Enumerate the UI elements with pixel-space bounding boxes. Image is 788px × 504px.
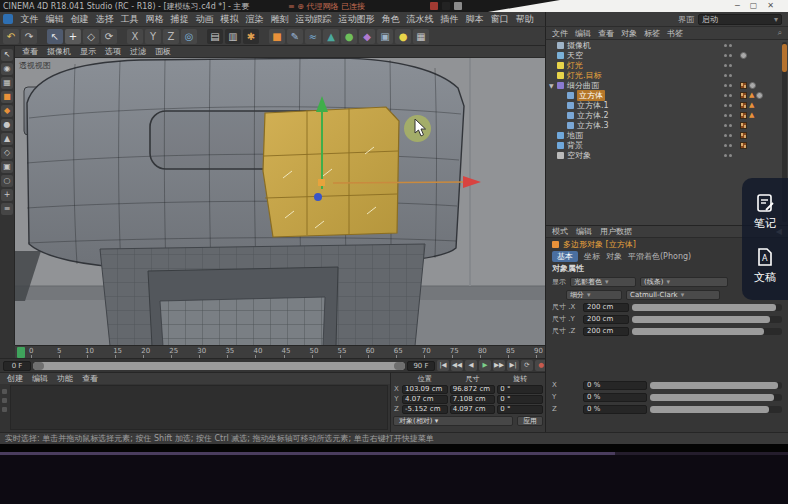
menu-窗口[interactable]: 窗口	[487, 13, 512, 26]
mode-tool-icon[interactable]: ◉	[1, 63, 13, 75]
docs-button[interactable]: A 文稿	[754, 247, 776, 285]
check-tag[interactable]	[740, 102, 747, 109]
toolbar-icon[interactable]: ▦	[413, 29, 429, 44]
menu-渲染[interactable]: 渲染	[242, 13, 267, 26]
attr-tab-对象[interactable]: 对象	[606, 251, 622, 262]
mode-tool-icon[interactable]: ▲	[1, 133, 13, 145]
toolbar-icon[interactable]: ≈	[305, 29, 321, 44]
mode-tool-icon[interactable]: ■	[1, 91, 13, 103]
object-row[interactable]: 摄像机	[546, 40, 788, 50]
toolbar-icon[interactable]: ✎	[287, 29, 303, 44]
menu-模拟[interactable]: 模拟	[217, 13, 242, 26]
toolbar-icon[interactable]: ▣	[377, 29, 393, 44]
object-name[interactable]: 空对象	[567, 150, 591, 161]
seltri-tag[interactable]: ▲	[749, 112, 754, 119]
algorithm-dropdown[interactable]: Catmull-Clark▾	[626, 290, 720, 300]
check-tag[interactable]	[740, 132, 747, 139]
mode-tool-icon[interactable]: ○	[1, 175, 13, 187]
menu-帮助[interactable]: 帮助	[512, 13, 537, 26]
material-menu-创建[interactable]: 创建	[7, 373, 23, 384]
gizmo-center[interactable]	[318, 179, 325, 186]
mode-tool-icon[interactable]: ≡	[1, 203, 13, 215]
mode-tool-icon[interactable]: ▦	[1, 77, 13, 89]
viewport-menu-选项[interactable]: 选项	[105, 46, 121, 57]
transport-button[interactable]: ◀◀	[451, 360, 463, 371]
toolbar-icon[interactable]: ●	[341, 29, 357, 44]
mode-tool-icon[interactable]: ▣	[1, 161, 13, 173]
transport-button[interactable]: ▶▶	[493, 360, 505, 371]
attr-tab-坐标[interactable]: 坐标	[584, 251, 600, 262]
range-start-handle[interactable]	[33, 362, 44, 370]
percent-slider[interactable]	[650, 406, 782, 413]
visibility-dots[interactable]	[724, 54, 740, 57]
toolbar-icon[interactable]: X	[127, 29, 143, 44]
om-menu-标签[interactable]: 标签	[644, 28, 660, 39]
om-menu-书签[interactable]: 书签	[667, 28, 683, 39]
visibility-dots[interactable]	[724, 134, 740, 137]
visibility-dots[interactable]	[724, 114, 740, 117]
menu-角色[interactable]: 角色	[378, 13, 403, 26]
range-end-handle[interactable]	[394, 362, 405, 370]
viewport-menu-过滤[interactable]: 过滤	[130, 46, 146, 57]
object-row[interactable]: 立方体.2▲	[546, 110, 788, 120]
object-row[interactable]: 背景	[546, 140, 788, 150]
material-list-area[interactable]	[10, 385, 388, 430]
object-row[interactable]: 空对象	[546, 150, 788, 160]
subdivision-dropdown[interactable]: 细分▾	[566, 290, 622, 300]
mode-tool-icon[interactable]: ◇	[1, 147, 13, 159]
visibility-dots[interactable]	[724, 124, 740, 127]
slider-value-field[interactable]: 0 %	[583, 381, 647, 390]
object-row[interactable]: 立方体.3	[546, 120, 788, 130]
frame-end-field[interactable]: 90 F	[407, 361, 435, 371]
menu-插件[interactable]: 插件	[437, 13, 462, 26]
coordinate-field[interactable]: 0 °	[497, 405, 543, 414]
menu-创建[interactable]: 创建	[67, 13, 92, 26]
coordinate-field[interactable]: -5.152 cm	[402, 405, 448, 414]
apply-button[interactable]: 应用	[517, 416, 543, 426]
coordinate-field[interactable]: 7.108 cm	[450, 395, 496, 404]
visibility-dots[interactable]	[724, 104, 740, 107]
toolbar-icon[interactable]: ◆	[359, 29, 375, 44]
coordinate-field[interactable]: 4.07 cm	[402, 395, 448, 404]
attr-tab-基本[interactable]: 基本	[552, 251, 578, 262]
slider-value-field[interactable]: 200 cm	[583, 315, 629, 324]
toolbar-icon[interactable]: ■	[269, 29, 285, 44]
toolbar-icon[interactable]: ▲	[323, 29, 339, 44]
material-menu-查看[interactable]: 查看	[82, 373, 98, 384]
visibility-dots[interactable]	[724, 74, 740, 77]
object-row[interactable]: 天空	[546, 50, 788, 60]
expander-icon[interactable]: ▼	[549, 82, 557, 89]
timeline-range-slider[interactable]	[33, 362, 405, 370]
plugin-icon-gray[interactable]	[454, 2, 462, 10]
toolbar-icon[interactable]: Z	[163, 29, 179, 44]
check-tag[interactable]	[740, 82, 747, 89]
window-control[interactable]: ─	[735, 0, 740, 12]
check-tag[interactable]	[740, 112, 747, 119]
window-control[interactable]: ▢	[750, 0, 758, 12]
size-slider[interactable]	[632, 328, 782, 335]
ball-tag[interactable]	[756, 92, 763, 99]
om-menu-对象[interactable]: 对象	[621, 28, 637, 39]
om-menu-文件[interactable]: 文件	[552, 28, 568, 39]
toolbar-icon[interactable]: ◇	[83, 29, 99, 44]
coord-mode-dropdown[interactable]: 对象(相对) ▾	[393, 416, 513, 426]
menu-捕捉[interactable]: 捕捉	[167, 13, 192, 26]
object-row[interactable]: 立方体▲	[546, 90, 788, 100]
percent-slider[interactable]	[650, 382, 782, 389]
object-row[interactable]: 立方体.1▲	[546, 100, 788, 110]
attr-menu-模式[interactable]: 模式	[552, 226, 568, 237]
transport-button[interactable]: ▶|	[507, 360, 519, 371]
percent-slider[interactable]	[650, 394, 782, 401]
viewport-menu-摄像机[interactable]: 摄像机	[47, 46, 71, 57]
c4d-logo-icon[interactable]	[3, 14, 13, 24]
notes-button[interactable]: 笔记	[754, 193, 776, 231]
toolbar-icon[interactable]: ↷	[21, 29, 37, 44]
object-name[interactable]: 细分曲面	[567, 80, 599, 91]
viewport-canvas[interactable]: 透视视图	[15, 57, 545, 345]
gizmo-z-axis[interactable]	[314, 193, 322, 201]
menu-脚本[interactable]: 脚本	[462, 13, 487, 26]
toolbar-icon[interactable]: ✱	[243, 29, 259, 44]
timeline-ruler[interactable]: 051015202530354045505560657075808590	[15, 345, 545, 358]
transport-button[interactable]: ▶	[479, 360, 491, 371]
toolbar-icon[interactable]: ●	[395, 29, 411, 44]
